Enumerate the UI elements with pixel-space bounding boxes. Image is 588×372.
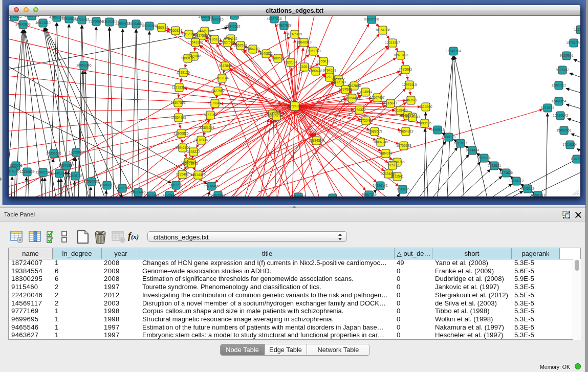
svg-text:7955812: 7955812 <box>317 59 330 63</box>
svg-text:1362615: 1362615 <box>298 65 311 69</box>
svg-text:41227216: 41227216 <box>267 17 282 20</box>
svg-text:14914479: 14914479 <box>190 173 206 177</box>
svg-text:8427552: 8427552 <box>211 89 225 93</box>
svg-text:90975887: 90975887 <box>59 164 74 167</box>
svg-text:66306997: 66306997 <box>325 196 340 196</box>
svg-text:77827638: 77827638 <box>276 24 292 27</box>
svg-text:12923446: 12923446 <box>130 190 146 194</box>
svg-text:12156829: 12156829 <box>19 170 35 173</box>
svg-text:10654112: 10654112 <box>509 179 524 183</box>
svg-text:9827505: 9827505 <box>194 34 208 37</box>
svg-text:12213369: 12213369 <box>171 85 187 89</box>
svg-text:12444154: 12444154 <box>551 99 567 103</box>
svg-text:1167533: 1167533 <box>570 157 580 161</box>
svg-text:11325419: 11325419 <box>288 32 302 36</box>
svg-text:15751074: 15751074 <box>566 41 580 45</box>
svg-text:2803144: 2803144 <box>215 76 229 80</box>
svg-text:8454749: 8454749 <box>246 47 259 51</box>
svg-text:39587039: 39587039 <box>361 193 377 196</box>
svg-text:10046766: 10046766 <box>175 146 190 149</box>
svg-text:39345092: 39345092 <box>225 25 241 28</box>
svg-text:9146821: 9146821 <box>259 52 273 55</box>
svg-text:20206516: 20206516 <box>46 151 61 155</box>
svg-text:10756928: 10756928 <box>396 144 411 147</box>
svg-text:95225343: 95225343 <box>405 115 420 119</box>
svg-text:7462606: 7462606 <box>347 84 361 87</box>
svg-text:70291817: 70291817 <box>530 193 546 196</box>
svg-text:12975115: 12975115 <box>402 83 417 86</box>
svg-text:8322034: 8322034 <box>284 60 297 64</box>
svg-text:8170041: 8170041 <box>208 101 222 105</box>
svg-text:19166825: 19166825 <box>173 132 189 135</box>
svg-text:12353594: 12353594 <box>199 126 214 129</box>
svg-text:17957225: 17957225 <box>84 180 99 183</box>
svg-text:46913810: 46913810 <box>35 21 51 25</box>
svg-text:13999315: 13999315 <box>208 17 224 21</box>
svg-text:1733426: 1733426 <box>396 187 409 191</box>
svg-text:12213967: 12213967 <box>385 41 400 45</box>
svg-text:9242848: 9242848 <box>219 64 232 68</box>
svg-text:10654925: 10654925 <box>171 116 186 119</box>
svg-text:17016504: 17016504 <box>562 143 578 146</box>
svg-text:9777169: 9777169 <box>333 80 346 84</box>
svg-text:1835061: 1835061 <box>9 164 23 167</box>
svg-text:7485063: 7485063 <box>399 68 412 71</box>
svg-text:12942737: 12942737 <box>35 170 51 174</box>
svg-text:16210643: 16210643 <box>553 114 568 117</box>
svg-text:16648784: 16648784 <box>446 49 461 53</box>
svg-text:18640910: 18640910 <box>296 40 312 44</box>
svg-text:1615132: 1615132 <box>386 163 399 167</box>
svg-text:12093522: 12093522 <box>551 83 567 87</box>
svg-text:15716485: 15716485 <box>204 184 219 188</box>
svg-text:9660124: 9660124 <box>169 29 182 32</box>
svg-text:28728463: 28728463 <box>74 18 90 21</box>
svg-text:24942603: 24942603 <box>15 23 31 26</box>
svg-text:8754612: 8754612 <box>224 37 237 40</box>
svg-text:1145194: 1145194 <box>53 171 66 175</box>
svg-text:16107553: 16107553 <box>170 101 186 104</box>
svg-text:26053346: 26053346 <box>76 63 92 67</box>
svg-text:6379197: 6379197 <box>454 141 467 145</box>
svg-text:15692951: 15692951 <box>556 128 572 132</box>
svg-text:97226012: 97226012 <box>210 193 226 196</box>
svg-text:3624554: 3624554 <box>359 90 372 94</box>
svg-text:6497568: 6497568 <box>339 87 352 91</box>
svg-text:17359924: 17359924 <box>69 150 84 154</box>
svg-text:13561597: 13561597 <box>144 194 159 196</box>
svg-text:18807249: 18807249 <box>373 140 388 144</box>
svg-text:16782759: 16782759 <box>115 186 130 190</box>
svg-text:3498222: 3498222 <box>187 150 200 154</box>
svg-text:5409948: 5409948 <box>185 162 198 165</box>
svg-text:9899695: 9899695 <box>418 121 431 125</box>
svg-text:7625402: 7625402 <box>176 172 189 176</box>
svg-text:2718126: 2718126 <box>177 71 190 74</box>
svg-text:22575562: 22575562 <box>227 16 242 17</box>
svg-text:16154808: 16154808 <box>375 28 390 32</box>
svg-text:1588520: 1588520 <box>271 56 285 60</box>
svg-text:8912954: 8912954 <box>182 32 195 36</box>
svg-text:10973493: 10973493 <box>393 53 408 57</box>
svg-text:10688609: 10688609 <box>367 129 382 133</box>
svg-text:20364436: 20364436 <box>344 96 360 100</box>
svg-text:7663822: 7663822 <box>155 26 168 29</box>
svg-text:9227342: 9227342 <box>556 68 569 72</box>
svg-text:6216041: 6216041 <box>384 101 397 105</box>
svg-text:12505135: 12505135 <box>68 174 83 178</box>
svg-text:2967608: 2967608 <box>234 43 247 47</box>
svg-text:9657771: 9657771 <box>169 183 183 187</box>
svg-text:15720407: 15720407 <box>358 119 374 122</box>
svg-text:8267150: 8267150 <box>204 113 217 117</box>
svg-text:9115460: 9115460 <box>419 105 432 108</box>
svg-text:13356886: 13356886 <box>24 16 39 17</box>
svg-text:9890165: 9890165 <box>181 56 194 60</box>
svg-text:16961758: 16961758 <box>306 49 321 53</box>
svg-text:7986322: 7986322 <box>353 108 366 112</box>
svg-text:9327505: 9327505 <box>221 40 234 44</box>
svg-text:9684067: 9684067 <box>379 151 393 155</box>
svg-text:8990448: 8990448 <box>309 69 322 73</box>
svg-text:9329966: 9329966 <box>560 54 573 57</box>
svg-text:1640954: 1640954 <box>431 128 444 132</box>
svg-text:7632621: 7632621 <box>488 164 501 167</box>
svg-text:8938923: 8938923 <box>442 135 455 139</box>
svg-text:8186323: 8186323 <box>208 37 221 41</box>
